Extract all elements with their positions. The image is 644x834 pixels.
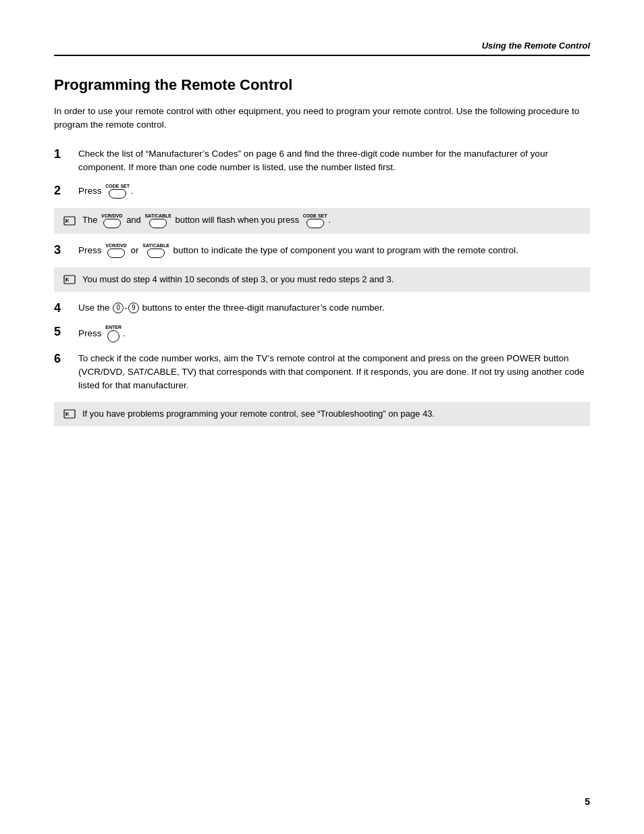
- note-after-step-6: If you have problems programming your re…: [54, 402, 590, 426]
- num-0-icon: 0: [113, 303, 124, 313]
- sat-cable-button-icon: SAT/CABLE: [142, 243, 169, 258]
- num-9-icon: 9: [128, 303, 139, 313]
- note-after-step-3: You must do step 4 within 10 seconds of …: [54, 267, 590, 292]
- step-6: 6 To check if the code number works, aim…: [54, 352, 590, 393]
- header-bar: Using the Remote Control: [54, 41, 590, 56]
- enter-button-icon: ENTER: [105, 325, 122, 342]
- note-1-text: The VCR/DVD and SAT/CABLE button will fl…: [82, 213, 331, 228]
- step-5: 5 Press ENTER .: [54, 325, 590, 342]
- vcr-dvd-button-icon: VCR/DVD: [105, 243, 127, 258]
- step-1: 1 Check the list of “Manufacturer’s Code…: [54, 147, 590, 175]
- step-2-content: Press CODE SET .: [78, 184, 590, 199]
- step-3: 3 Press VCR/DVD or SAT/CABLE button to i…: [54, 243, 590, 258]
- intro-text: In order to use your remote control with…: [54, 105, 590, 132]
- vcr-dvd-icon-note: VCR/DVD: [101, 213, 123, 228]
- step-4-content: Use the 0-9 buttons to enter the three-d…: [78, 301, 590, 315]
- step-1-number: 1: [54, 147, 78, 161]
- note-icon-2: [63, 275, 82, 284]
- step-6-number: 6: [54, 352, 78, 366]
- note-3-text: If you have problems programming your re…: [82, 407, 435, 421]
- code-set-icon-note: CODE SET: [303, 213, 327, 228]
- steps-container: 1 Check the list of “Manufacturer’s Code…: [54, 147, 590, 426]
- step-4-number: 4: [54, 301, 78, 315]
- sat-cable-icon-note: SAT/CABLE: [144, 213, 171, 228]
- page-number: 5: [585, 796, 590, 807]
- note-icon-3: [63, 409, 82, 419]
- step-3-number: 3: [54, 243, 78, 257]
- note-after-step-2: The VCR/DVD and SAT/CABLE button will fl…: [54, 208, 590, 234]
- header-title: Using the Remote Control: [482, 41, 590, 51]
- step-2-number: 2: [54, 184, 78, 198]
- step-5-number: 5: [54, 325, 78, 339]
- step-5-content: Press ENTER .: [78, 325, 590, 342]
- note-2-text: You must do step 4 within 10 seconds of …: [82, 273, 394, 286]
- step-2: 2 Press CODE SET .: [54, 184, 590, 199]
- note-icon-1: [63, 216, 82, 226]
- page-title: Programming the Remote Control: [54, 76, 590, 94]
- step-1-content: Check the list of “Manufacturer’s Codes”…: [78, 147, 590, 175]
- page-container: Using the Remote Control Programming the…: [0, 0, 644, 834]
- step-6-content: To check if the code number works, aim t…: [78, 352, 590, 393]
- code-set-button-icon: CODE SET: [105, 184, 130, 199]
- step-4: 4 Use the 0-9 buttons to enter the three…: [54, 301, 590, 315]
- step-3-content: Press VCR/DVD or SAT/CABLE button to ind…: [78, 243, 590, 258]
